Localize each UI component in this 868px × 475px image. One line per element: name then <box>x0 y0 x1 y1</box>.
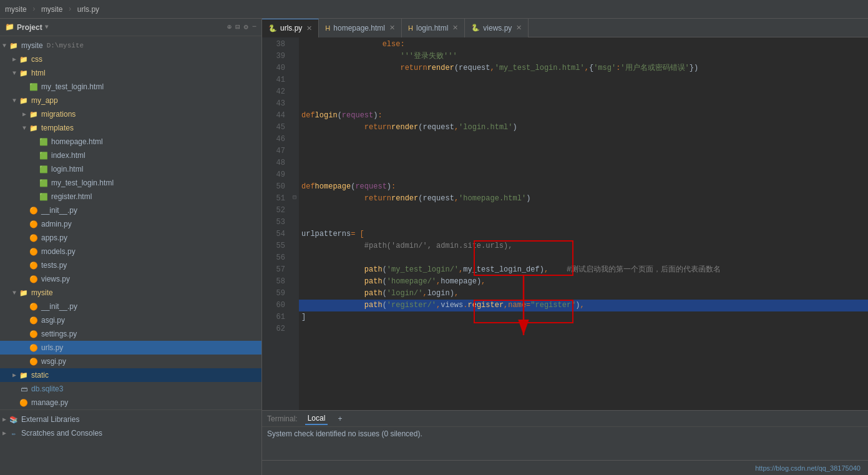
tab-bar: 🐍 urls.py ✕ H homepage.html ✕ H login.ht… <box>262 19 868 37</box>
tab-login[interactable]: H login.html ✕ <box>402 19 465 37</box>
tree-label-my-test-login-tmpl: my_test_login.html <box>51 179 114 187</box>
tree-label-my-app: my_app <box>31 96 58 105</box>
tree-label-my-test-login: my_test_login.html <box>41 82 104 91</box>
sidebar-item-login-html[interactable]: 🟩 login.html <box>0 162 261 176</box>
close-tab-homepage[interactable]: ✕ <box>389 24 395 32</box>
tree-label-views-py: views.py <box>41 275 70 283</box>
sidebar-item-mysite-root[interactable]: ▼ 📁 mysite D:\mysite <box>0 39 261 52</box>
tree-label-db-sqlite3: db.sqlite3 <box>31 384 63 393</box>
code-line-60: path('register/', views.register, name="… <box>299 300 868 311</box>
folder-icon: 📁 <box>5 22 14 32</box>
settings-icon[interactable]: ⚙ <box>244 22 248 32</box>
tree-label-urls-py: urls.py <box>41 343 63 352</box>
sidebar-title: Project <box>17 23 42 32</box>
sidebar-item-my-test-login[interactable]: 🟩 my_test_login.html <box>0 80 261 94</box>
editor-area: 🐍 urls.py ✕ H homepage.html ✕ H login.ht… <box>262 19 868 475</box>
tree-label-admin-py: admin.py <box>41 220 72 228</box>
title-file: urls.py <box>77 5 99 14</box>
sidebar-item-admin-py[interactable]: 🟠 admin.py <box>0 217 261 231</box>
sidebar-item-mysite-folder[interactable]: ▼ 📁 mysite <box>0 286 261 300</box>
gutter: ⊟ <box>290 37 299 410</box>
sidebar-item-homepage-html[interactable]: 🟩 homepage.html <box>0 135 261 149</box>
code-line-43 <box>299 98 868 110</box>
chevron-down-icon: ▼ <box>45 24 49 31</box>
add-icon[interactable]: ⊕ <box>227 22 232 32</box>
status-bar: https://blog.csdn.net/qq_38175040 <box>262 460 868 475</box>
html-icon-1: H <box>325 24 330 32</box>
sidebar-item-scratches[interactable]: ▶ ✏ Scratches and Consoles <box>0 426 261 440</box>
py-icon: 🐍 <box>268 24 277 32</box>
collapse-icon[interactable]: ⊟ <box>235 22 240 32</box>
sidebar-item-db-sqlite3[interactable]: 🗃 db.sqlite3 <box>0 382 261 396</box>
sidebar-item-views-py[interactable]: 🟠 views.py <box>0 272 261 286</box>
tab-views[interactable]: 🐍 views.py ✕ <box>465 19 529 37</box>
sidebar-item-templates[interactable]: ▼ 📁 templates <box>0 121 261 135</box>
sidebar-item-html[interactable]: ▼ 📁 html <box>0 66 261 80</box>
tab-urls[interactable]: 🐍 urls.py ✕ <box>262 19 319 37</box>
sidebar-item-manage-py[interactable]: 🟠 manage.py <box>0 396 261 409</box>
sidebar-item-tests-py[interactable]: 🟠 tests.py <box>0 258 261 272</box>
title-bar: mysite › mysite › urls.py <box>0 0 868 19</box>
tree-label-html: html <box>31 69 46 77</box>
tree-label-mysite-folder: mysite <box>31 288 53 297</box>
code-editor[interactable]: 38 39 40 41 42 43 44 45 46 47 48 49 50 5… <box>262 37 868 410</box>
tree-label-index-html: index.html <box>51 151 85 160</box>
close-tab-login[interactable]: ✕ <box>452 24 458 32</box>
sidebar-item-register-html[interactable]: 🟩 register.html <box>0 190 261 203</box>
minimize-icon[interactable]: − <box>252 22 256 32</box>
bottom-panel: Terminal: Local + System check identifie… <box>262 410 868 460</box>
tree-label-asgi-py: asgi.py <box>41 316 65 325</box>
terminal-text: System check identified no issues (0 sil… <box>267 429 422 438</box>
sidebar-item-models-py[interactable]: 🟠 models.py <box>0 245 261 258</box>
tree-label-migrations: migrations <box>41 110 76 119</box>
code-line-56 <box>299 252 868 264</box>
sidebar-item-index-html[interactable]: 🟩 index.html <box>0 149 261 162</box>
status-right[interactable]: https://blog.csdn.net/qq_38175040 <box>755 464 861 472</box>
sidebar-item-css[interactable]: ▶ 📁 css <box>0 52 261 66</box>
sidebar-item-external-libraries[interactable]: ▶ 📚 External Libraries <box>0 413 261 426</box>
line-numbers: 38 39 40 41 42 43 44 45 46 47 48 49 50 5… <box>262 37 290 410</box>
sidebar-header: 📁 Project ▼ ⊕ ⊟ ⚙ − <box>0 19 261 36</box>
tree-label-settings-py: settings.py <box>41 330 77 338</box>
sidebar-item-my-test-login-tmpl[interactable]: 🟩 my_test_login.html <box>0 176 261 190</box>
code-line-57: path('my_test_login/', my_test_login_def… <box>299 264 868 276</box>
sidebar-item-init-app[interactable]: 🟠 __init__.py <box>0 203 261 217</box>
sidebar-item-static[interactable]: ▶ 📁 static <box>0 368 261 382</box>
tree-label-manage-py: manage.py <box>31 398 68 407</box>
tree-label-homepage-html: homepage.html <box>51 137 103 146</box>
code-line-42 <box>299 86 868 98</box>
sidebar-tree: ▼ 📁 mysite D:\mysite ▶ 📁 css ▼ 📁 html <box>0 36 261 475</box>
code-line-49 <box>299 169 868 181</box>
code-line-59: path('login/', login), <box>299 288 868 300</box>
sidebar: 📁 Project ▼ ⊕ ⊟ ⚙ − ▼ 📁 mysite D:\mysite <box>0 19 262 475</box>
tree-label-wsgi-py: wsgi.py <box>41 357 66 366</box>
sidebar-item-wsgi-py[interactable]: 🟠 wsgi.py <box>0 355 261 368</box>
tree-label-register-html: register.html <box>51 192 92 201</box>
sidebar-item-asgi-py[interactable]: 🟠 asgi.py <box>0 313 261 327</box>
tab-add[interactable]: + <box>335 413 344 424</box>
tree-label-login-html: login.html <box>51 165 83 174</box>
code-line-40: return render(request,'my_test_login.htm… <box>299 62 868 74</box>
code-line-51: return render(request, 'homepage.html') <box>299 193 868 205</box>
terminal-content: System check identified no issues (0 sil… <box>262 427 868 460</box>
code-line-58: path('homepage/', homepage), <box>299 276 868 288</box>
code-line-44: def login(request): <box>299 110 868 122</box>
code-content[interactable]: else: '''登录失败''' return render(request,'… <box>299 37 868 410</box>
sidebar-item-urls-py[interactable]: 🟠 urls.py <box>0 341 261 355</box>
sidebar-item-migrations[interactable]: ▶ 📁 migrations <box>0 107 261 121</box>
tab-local[interactable]: Local <box>305 413 328 425</box>
tree-label-init-mysite: __init__.py <box>41 302 77 311</box>
title-project: mysite <box>5 5 27 14</box>
code-line-53 <box>299 217 868 228</box>
close-tab-urls[interactable]: ✕ <box>306 24 312 32</box>
close-tab-views[interactable]: ✕ <box>516 24 522 32</box>
tab-homepage[interactable]: H homepage.html ✕ <box>319 19 402 37</box>
tab-label-login: login.html <box>416 24 448 32</box>
sidebar-item-my-app[interactable]: ▼ 📁 my_app <box>0 94 261 107</box>
sidebar-item-apps-py[interactable]: 🟠 apps.py <box>0 231 261 245</box>
sidebar-item-settings-py[interactable]: 🟠 settings.py <box>0 327 261 341</box>
code-line-48 <box>299 157 868 169</box>
sidebar-item-init-mysite[interactable]: 🟠 __init__.py <box>0 300 261 313</box>
title-folder: mysite <box>41 5 63 14</box>
code-line-61: ] <box>299 311 868 323</box>
